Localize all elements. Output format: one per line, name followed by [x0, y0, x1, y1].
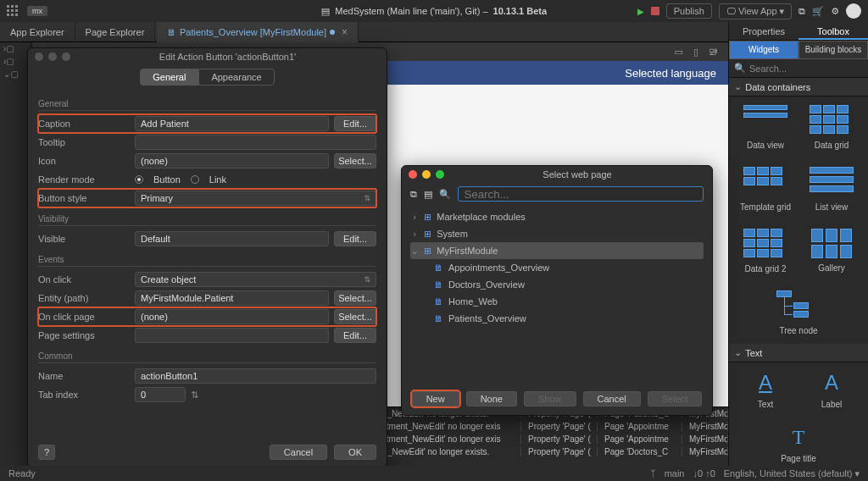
tree-page-home[interactable]: 🗎Home_Web [410, 293, 704, 310]
none-button[interactable]: None [466, 391, 517, 406]
select-web-page-dialog: Select web page ⧉ ▤ 🔍 ›⊞Marketplace modu… [401, 165, 713, 416]
search-input[interactable] [458, 186, 704, 202]
select-button[interactable]: Select [648, 391, 703, 406]
edit-action-button-dialog: Edit Action Button 'actionButton1' Gener… [27, 47, 387, 467]
widget-template-grid[interactable]: Template grid [738, 167, 793, 212]
name-input[interactable]: actionButton1 [135, 368, 376, 384]
entity-select-button[interactable]: Select... [334, 290, 376, 306]
page-tree: ›⊞Marketplace modules ›⊞System ⌄⊞MyFirst… [402, 205, 712, 330]
tab-appearance[interactable]: Appearance [198, 69, 274, 86]
project-title: MedSystem (Main line ('main'), Git) – [335, 6, 487, 16]
cart-icon[interactable]: 🛒 [812, 6, 824, 17]
menu-bar: mx ▤ MedSystem (Main line ('main'), Git)… [0, 0, 868, 22]
tree-system[interactable]: ›⊞System [410, 225, 704, 242]
group-events: Events [38, 255, 376, 267]
section-text[interactable]: ⌄Text [729, 344, 868, 362]
onclick-page-value[interactable]: (none) [135, 309, 329, 324]
visible-edit-button[interactable]: Edit... [334, 231, 376, 246]
row-button-style: Button style Primary⇅ [38, 189, 376, 207]
dialog2-title: Select web page [449, 169, 705, 180]
group-visibility: Visibility [38, 214, 376, 226]
pill-building-blocks[interactable]: Building blocks [798, 41, 868, 59]
onclick-page-select-button[interactable]: Select... [334, 309, 376, 324]
radio-link[interactable] [191, 175, 199, 184]
page-settings-edit-button[interactable]: Edit... [334, 328, 376, 343]
tree-page-patients[interactable]: 🗎Patients_Overview [410, 310, 704, 327]
file-icon: 🗎 [167, 27, 176, 37]
ok-button[interactable]: OK [334, 445, 376, 460]
run-button[interactable]: ▶ [637, 7, 644, 16]
tree-myfirstmodule[interactable]: ⌄⊞MyFirstModule [410, 242, 704, 259]
branch-name[interactable]: main [665, 468, 685, 478]
radio-button[interactable] [135, 175, 143, 184]
dialog-title: Edit Action Button 'actionButton1' [75, 52, 380, 62]
filter-icon[interactable]: ⧉ [410, 189, 417, 200]
pill-widgets[interactable]: Widgets [729, 41, 798, 59]
new-button[interactable]: New [412, 391, 459, 406]
tab-file-label: Patients_Overview [MyFirstModule] [180, 27, 326, 37]
caption-edit-button[interactable]: Edit... [334, 116, 376, 131]
sync-counts[interactable]: ↓0 ↑0 [693, 468, 715, 478]
close-tab-icon[interactable]: × [342, 26, 348, 38]
group-general: General [38, 99, 376, 111]
row-onclick-page: On click page (none) Select... [38, 307, 376, 326]
widget-label[interactable]: ALabel [804, 371, 859, 409]
status-bar: Ready ᛉ main ↓0 ↑0 English, United State… [0, 466, 868, 481]
side-panel: Properties Toolbox Widgets Building bloc… [728, 22, 868, 481]
settings-icon[interactable]: ⚙ [831, 6, 839, 17]
device-desktop-icon[interactable]: 🖳 [709, 47, 718, 57]
cancel-button-2[interactable]: Cancel [583, 391, 641, 406]
icon-select-button[interactable]: Select... [334, 153, 376, 169]
tab-properties[interactable]: Properties [729, 22, 798, 40]
doc-icon: ▤ [321, 6, 330, 17]
widget-gallery[interactable]: Gallery [804, 229, 859, 274]
tab-general[interactable]: General [140, 69, 198, 86]
avatar[interactable] [846, 3, 861, 19]
tab-page-explorer[interactable]: Page Explorer [75, 22, 156, 42]
section-data-containers[interactable]: ⌄Data containers [729, 78, 868, 97]
caption-value[interactable]: Add Patient [135, 116, 329, 131]
widget-text[interactable]: AText [738, 371, 793, 409]
stop-button[interactable] [651, 7, 659, 15]
view-app-button[interactable]: 🖵 View App ▾ [719, 3, 792, 19]
branch-icon[interactable]: ᛉ [650, 468, 656, 478]
layout-icon[interactable]: ⧉ [798, 6, 805, 17]
widget-data-grid[interactable]: Data grid [804, 105, 859, 150]
help-button[interactable]: ? [38, 445, 55, 460]
device-tablet-icon[interactable]: ▭ [675, 47, 683, 58]
filter2-icon[interactable]: ▤ [424, 189, 432, 200]
page-settings-value[interactable] [135, 328, 329, 343]
visible-value[interactable]: Default [135, 231, 329, 246]
row-caption: Caption Add Patient Edit... [38, 114, 376, 133]
show-button[interactable]: Show [524, 391, 576, 406]
toolbox-search[interactable]: 🔍 Search... [729, 59, 868, 78]
tab-app-explorer[interactable]: App Explorer [0, 22, 75, 42]
widget-page-title[interactable]: TPage title [771, 426, 826, 463]
version-label: 10.13.1 Beta [493, 6, 548, 16]
entity-value[interactable]: MyFirstModule.Patient [135, 290, 329, 306]
cancel-button[interactable]: Cancel [270, 445, 327, 460]
search-icon: 🔍 [439, 189, 451, 200]
mx-logo: mx [27, 6, 47, 16]
tree-page-appointments[interactable]: 🗎Appointments_Overview [410, 259, 704, 276]
status-ready: Ready [8, 468, 36, 478]
onclick-select[interactable]: Create object⇅ [135, 272, 376, 287]
tab-file-active[interactable]: 🗎 Patients_Overview [MyFirstModule] × [157, 22, 359, 42]
icon-value[interactable]: (none) [135, 153, 329, 169]
widget-data-view[interactable]: Data view [738, 105, 793, 150]
publish-button[interactable]: Publish [666, 3, 712, 19]
tabindex-input[interactable]: 0 [135, 387, 186, 402]
device-phone-icon[interactable]: ▯ [693, 47, 698, 58]
button-style-select[interactable]: Primary⇅ [135, 191, 376, 206]
unsaved-dot-icon [330, 30, 335, 35]
tab-toolbox[interactable]: Toolbox [798, 22, 868, 40]
apps-icon[interactable] [7, 5, 19, 17]
render-mode-radios[interactable]: Button Link [135, 174, 226, 185]
widget-data-grid-2[interactable]: Data grid 2 [738, 229, 793, 274]
tree-page-doctors[interactable]: 🗎Doctors_Overview [410, 276, 704, 293]
tree-marketplace[interactable]: ›⊞Marketplace modules [410, 208, 704, 225]
widget-list-view[interactable]: List view [804, 167, 859, 212]
language-select[interactable]: English, United States (default) ▾ [724, 468, 860, 479]
widget-tree-node[interactable]: Tree node [771, 290, 826, 335]
tooltip-value[interactable] [135, 135, 376, 150]
